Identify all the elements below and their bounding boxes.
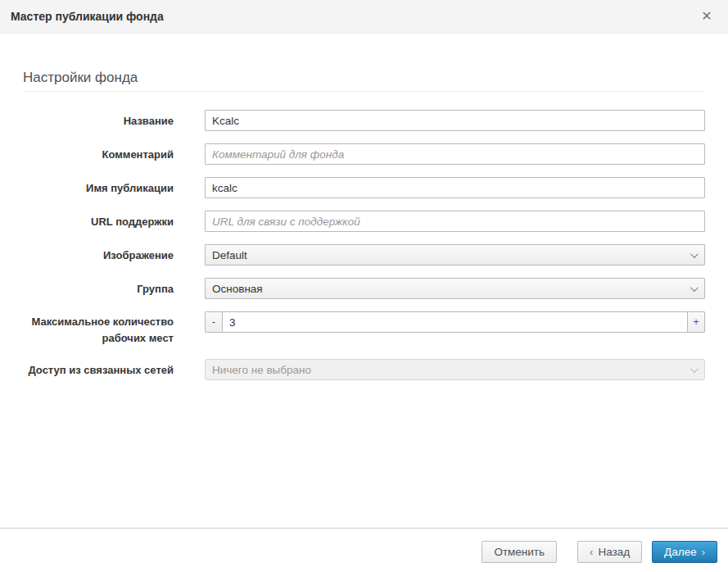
form-row-max-seats: Максимальное количество рабочих мест - +	[23, 311, 705, 347]
max-seats-stepper: - +	[205, 311, 705, 333]
form-row-image: Изображение Default	[23, 244, 705, 266]
image-select[interactable]: Default	[205, 244, 705, 266]
dialog-title: Мастер публикации фонда	[11, 10, 164, 23]
image-select-value: Default	[212, 249, 247, 261]
group-select-value: Основная	[212, 283, 263, 295]
form-row-comment: Комментарий	[23, 143, 705, 165]
group-select[interactable]: Основная	[205, 278, 705, 299]
decrement-button[interactable]: -	[205, 311, 223, 333]
next-button-label: Далее	[664, 546, 697, 558]
form-row-name: Название	[23, 110, 705, 131]
support-url-input[interactable]	[205, 211, 705, 232]
dialog-body: Настройки фонда Название Комментарий Имя…	[0, 70, 728, 380]
next-button[interactable]: Далее ›	[652, 541, 717, 563]
form-row-network-access: Доступ из связанных сетей Ничего не выбр…	[23, 359, 705, 380]
max-seats-label-line1: Максимальное количество	[31, 316, 174, 328]
dialog-footer: Отменить ‹ Назад Далее ›	[0, 528, 728, 572]
section-heading: Настройки фонда	[23, 70, 705, 92]
network-access-select: Ничего не выбрано	[205, 359, 705, 380]
increment-button[interactable]: +	[687, 311, 705, 333]
dialog-header: Мастер публикации фонда ✕	[0, 0, 728, 34]
image-label: Изображение	[23, 249, 205, 261]
chevron-down-icon	[690, 365, 699, 373]
publication-name-input[interactable]	[205, 177, 705, 198]
fund-settings-form: Название Комментарий Имя публикации URL …	[23, 110, 705, 380]
comment-input[interactable]	[205, 143, 705, 165]
cancel-button[interactable]: Отменить	[482, 541, 557, 563]
name-input[interactable]	[205, 110, 705, 131]
chevron-left-icon: ‹	[590, 546, 593, 558]
publication-name-label: Имя публикации	[23, 182, 205, 194]
comment-label: Комментарий	[23, 148, 205, 161]
form-row-support-url: URL поддержки	[23, 211, 705, 232]
max-seats-label: Максимальное количество рабочих мест	[23, 311, 205, 347]
chevron-down-icon	[690, 284, 699, 292]
back-button[interactable]: ‹ Назад	[577, 541, 642, 563]
support-url-label: URL поддержки	[23, 216, 205, 228]
max-seats-input[interactable]	[223, 311, 687, 333]
name-label: Название	[23, 115, 205, 127]
network-access-label: Доступ из связанных сетей	[23, 364, 205, 376]
network-access-select-value: Ничего не выбрано	[212, 364, 311, 376]
close-icon[interactable]: ✕	[698, 7, 716, 25]
cancel-button-label: Отменить	[494, 546, 545, 558]
chevron-down-icon	[690, 250, 699, 258]
form-row-group: Группа Основная	[23, 278, 705, 299]
max-seats-label-line2: рабочих мест	[102, 332, 174, 344]
group-label: Группа	[23, 283, 205, 295]
fund-publication-wizard-dialog: Мастер публикации фонда ✕ Настройки фонд…	[0, 0, 728, 572]
chevron-right-icon: ›	[702, 546, 705, 558]
back-button-label: Назад	[598, 546, 630, 558]
form-row-publication-name: Имя публикации	[23, 177, 705, 198]
